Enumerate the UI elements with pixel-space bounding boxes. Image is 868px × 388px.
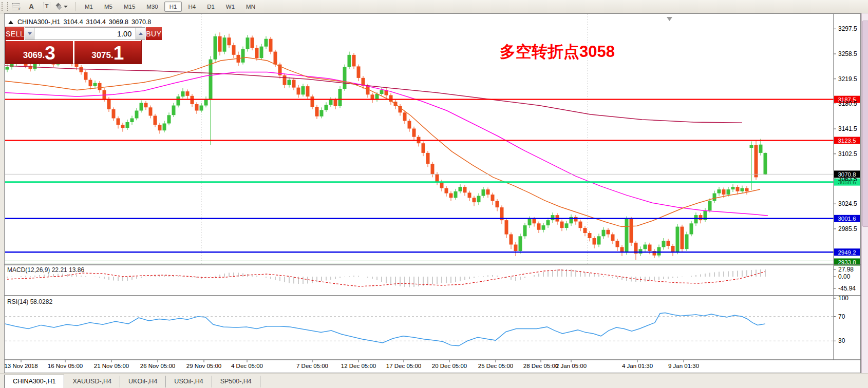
chart-annotation: 多空转折点3058 — [500, 41, 615, 63]
timeframe-m15[interactable]: M15 — [119, 2, 140, 12]
grid-f-letter: F — [18, 7, 21, 11]
timeframe-mn[interactable]: MN — [241, 2, 260, 12]
timeframe-m30[interactable]: M30 — [141, 2, 163, 12]
sell-price-dec: 3 — [45, 45, 55, 62]
timeframe-buttons: M1M5M15M30H1H4D1W1MN — [79, 0, 261, 13]
text-t-icon: T — [43, 3, 51, 10]
tab-xauusd-h4[interactable]: XAUUSD-,H4 — [64, 376, 120, 387]
chevron-down-icon — [64, 6, 68, 8]
sell-label: SELL — [6, 30, 24, 38]
sell-price-int: 3069 — [23, 50, 43, 62]
scrollbar-thumb[interactable] — [862, 21, 868, 227]
buy-label: BUY — [146, 30, 161, 38]
symbol-name: CHINA300-,H1 — [17, 18, 60, 26]
volume-decrease-button[interactable] — [25, 27, 34, 40]
bar-high: 3104.4 — [86, 18, 106, 26]
arrow-down-icon — [28, 32, 32, 35]
tab-china300-h1[interactable]: CHINA300-,H1 — [4, 375, 64, 388]
volume-increase-button[interactable] — [136, 27, 145, 40]
buy-button[interactable]: BUY — [146, 27, 161, 40]
bar-open: 3104.4 — [63, 18, 83, 26]
sell-button[interactable]: SELL — [6, 27, 24, 40]
shapes-dropdown-button[interactable] — [55, 1, 69, 12]
timeframe-h4[interactable]: H4 — [183, 2, 201, 12]
volume-stepper — [24, 27, 146, 40]
bar-low: 3069.8 — [109, 18, 128, 26]
timeframe-h1[interactable]: H1 — [164, 2, 182, 12]
sell-price[interactable]: 3069.3 — [6, 41, 73, 64]
chart-tabs: CHINA300-,H1XAUUSD-,H4UKOil-,H4USOil-,H4… — [0, 374, 868, 388]
buy-price-dec: 1 — [114, 45, 124, 62]
indicator-grid-button[interactable]: F — [9, 1, 23, 12]
text-label-button[interactable]: A — [25, 1, 38, 12]
toolbar-grip[interactable] — [2, 2, 8, 11]
mt4-application: F A T M1M5M15M30H1H4D1W1MN 3187.53123.53… — [0, 0, 868, 388]
buy-price-int: 3075 — [91, 50, 111, 62]
bar-close: 3070.8 — [131, 18, 151, 26]
vertical-scrollbar[interactable] — [861, 13, 868, 373]
volume-input[interactable] — [34, 27, 136, 40]
buy-price[interactable]: 3075.1 — [74, 41, 142, 64]
text-box-button[interactable]: T — [40, 1, 53, 12]
toolbar: F A T M1M5M15M30H1H4D1W1MN — [0, 0, 868, 13]
one-click-trading-panel: SELL BUY 3069.3 3075.1 — [5, 27, 142, 64]
chart-title: CHINA300-,H1 3104.4 3104.4 3069.8 3070.8 — [8, 18, 151, 26]
collapse-triangle-icon[interactable] — [8, 21, 13, 24]
toolbar-separator — [75, 2, 76, 11]
chart-area[interactable] — [4, 13, 861, 373]
tab-usoil-h4[interactable]: USOil-,H4 — [166, 376, 212, 387]
tab-sp500-h4[interactable]: SP500-,H4 — [212, 376, 260, 387]
tab-ukoil-h4[interactable]: UKOil-,H4 — [120, 376, 166, 387]
arrow-up-icon — [139, 32, 143, 35]
timeframe-m1[interactable]: M1 — [80, 2, 98, 12]
timeframe-m5[interactable]: M5 — [99, 2, 118, 12]
diamond-icon — [57, 5, 62, 10]
timeframe-w1[interactable]: W1 — [221, 2, 240, 12]
timeframe-d1[interactable]: D1 — [202, 2, 220, 12]
text-a-icon: A — [29, 3, 34, 11]
